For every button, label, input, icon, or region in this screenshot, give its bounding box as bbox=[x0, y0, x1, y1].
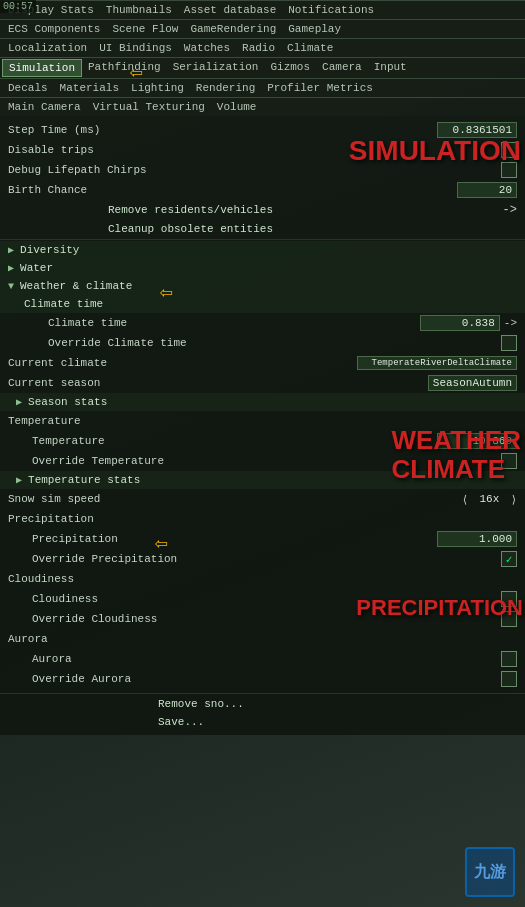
menu-virtual-texturing[interactable]: Virtual Texturing bbox=[87, 99, 211, 115]
override-climate-time-label: Override Climate time bbox=[32, 337, 501, 349]
menu-volume[interactable]: Volume bbox=[211, 99, 263, 115]
menu-rendering[interactable]: Rendering bbox=[190, 80, 261, 96]
menu-simulation[interactable]: Simulation bbox=[2, 59, 82, 77]
save-button[interactable]: Save... bbox=[8, 716, 517, 728]
aurora-section-row: Aurora bbox=[0, 629, 525, 649]
menu-scene-flow[interactable]: Scene Flow bbox=[106, 21, 184, 37]
menu-lighting[interactable]: Lighting bbox=[125, 80, 190, 96]
menu-main-camera[interactable]: Main Camera bbox=[2, 99, 87, 115]
birth-chance-row: Birth Chance 20 bbox=[0, 180, 525, 200]
menu-notifications[interactable]: Notifications bbox=[282, 2, 380, 18]
remove-residents-arrow[interactable]: -> bbox=[503, 203, 517, 217]
precipitation-value[interactable]: 1.000 bbox=[437, 531, 517, 547]
menu-climate[interactable]: Climate bbox=[281, 40, 339, 56]
current-climate-label: Current climate bbox=[8, 357, 357, 369]
water-triangle: ▶ bbox=[8, 262, 14, 274]
override-precipitation-row: Override Precipitation bbox=[0, 549, 525, 569]
snow-speed-value: 16x bbox=[474, 493, 504, 505]
menu-game-rendering[interactable]: GameRendering bbox=[184, 21, 282, 37]
remove-snow-row: Remove sno... bbox=[0, 695, 525, 713]
menu-materials[interactable]: Materials bbox=[54, 80, 125, 96]
aurora-checkbox[interactable] bbox=[501, 651, 517, 667]
snow-sim-speed-label: Snow sim speed bbox=[8, 493, 462, 505]
snow-speed-right-arrow[interactable]: ⟩ bbox=[510, 493, 517, 506]
step-time-value: 0.8361501 bbox=[437, 122, 517, 138]
cloudiness-checkbox[interactable] bbox=[501, 591, 517, 607]
override-precipitation-checkbox[interactable] bbox=[501, 551, 517, 567]
menu-localization[interactable]: Localization bbox=[2, 40, 93, 56]
menu-gameplay[interactable]: Gameplay bbox=[282, 21, 347, 37]
diversity-label: Diversity bbox=[20, 244, 79, 256]
watermark: 九游 bbox=[465, 847, 515, 897]
precipitation-row: Precipitation 1.000 bbox=[0, 529, 525, 549]
menu-pathfinding[interactable]: Pathfinding bbox=[82, 59, 167, 77]
cloudiness-section-row: Cloudiness bbox=[0, 569, 525, 589]
season-stats-section[interactable]: ▶ Season stats bbox=[0, 393, 525, 411]
override-temperature-row: Override Temperature bbox=[0, 451, 525, 471]
temperature-section-row: Temperature bbox=[0, 411, 525, 431]
water-label: Water bbox=[20, 262, 53, 274]
override-cloudiness-checkbox[interactable] bbox=[501, 611, 517, 627]
override-temperature-label: Override Temperature bbox=[16, 455, 501, 467]
menu-asset-database[interactable]: Asset database bbox=[178, 2, 282, 18]
climate-time-section[interactable]: Climate time bbox=[0, 295, 525, 313]
debug-lifepath-checkbox[interactable] bbox=[501, 162, 517, 178]
snow-sim-speed-row: Snow sim speed ⟨ 16x ⟩ bbox=[0, 489, 525, 509]
season-stats-label: Season stats bbox=[28, 396, 107, 408]
current-climate-value: TemperateRiverDeltaClimate bbox=[357, 356, 517, 370]
season-stats-triangle: ▶ bbox=[16, 396, 22, 408]
aurora-row: Aurora bbox=[0, 649, 525, 669]
menu-gizmos[interactable]: Gizmos bbox=[264, 59, 316, 77]
menu-row-4: Simulation Pathfinding ⇦ Serialization G… bbox=[0, 57, 525, 78]
remove-residents-row: Remove residents/vehicles -> bbox=[0, 200, 525, 220]
override-temperature-checkbox[interactable] bbox=[501, 453, 517, 469]
menu-row-5: Decals Materials Lighting Rendering Prof… bbox=[0, 78, 525, 97]
menu-watches[interactable]: Watches bbox=[178, 40, 236, 56]
current-season-row: Current season SeasonAutumn bbox=[0, 373, 525, 393]
save-row: Save... bbox=[0, 713, 525, 731]
override-cloudiness-row: Override Cloudiness bbox=[0, 609, 525, 629]
diversity-triangle: ▶ bbox=[8, 244, 14, 256]
birth-chance-value[interactable]: 20 bbox=[457, 182, 517, 198]
disable-trips-row: Disable trips bbox=[0, 140, 525, 160]
weather-climate-container: ▼ Weather & climate ⇦ bbox=[0, 277, 525, 295]
weather-climate-section[interactable]: ▼ Weather & climate bbox=[0, 277, 525, 295]
climate-time-value[interactable]: 0.838 bbox=[420, 315, 500, 331]
menu-ui-bindings[interactable]: UI Bindings bbox=[93, 40, 178, 56]
override-aurora-checkbox[interactable] bbox=[501, 671, 517, 687]
override-aurora-row: Override Aurora bbox=[0, 669, 525, 689]
current-season-label: Current season bbox=[8, 377, 428, 389]
cloudiness-section-label: Cloudiness bbox=[8, 573, 517, 585]
cleanup-obsolete-label: Cleanup obsolete entities bbox=[8, 223, 517, 235]
remove-residents-label: Remove residents/vehicles bbox=[8, 204, 503, 216]
temp-stats-triangle: ▶ bbox=[16, 474, 22, 486]
menu-serialization[interactable]: Serialization bbox=[167, 59, 265, 77]
cloudiness-row: Cloudiness bbox=[0, 589, 525, 609]
temperature-stats-section[interactable]: ▶ Temperature stats bbox=[0, 471, 525, 489]
menu-profiler-metrics[interactable]: Profiler Metrics bbox=[261, 80, 379, 96]
menu-thumbnails[interactable]: Thumbnails bbox=[100, 2, 178, 18]
climate-time-label: Climate time bbox=[32, 317, 420, 329]
current-season-value: SeasonAutumn bbox=[428, 375, 517, 391]
menu-decals[interactable]: Decals bbox=[2, 80, 54, 96]
aurora-label: Aurora bbox=[16, 653, 501, 665]
diversity-section[interactable]: ▶ Diversity bbox=[0, 241, 525, 259]
temperature-value[interactable]: 10.860 bbox=[437, 433, 517, 449]
menu-ecs-components[interactable]: ECS Components bbox=[2, 21, 106, 37]
disable-trips-checkbox[interactable] bbox=[501, 142, 517, 158]
menu-radio[interactable]: Radio bbox=[236, 40, 281, 56]
snow-speed-left-arrow[interactable]: ⟨ bbox=[462, 493, 469, 506]
cleanup-obsolete-row: Cleanup obsolete entities bbox=[0, 220, 525, 238]
weather-triangle: ▼ bbox=[8, 281, 14, 292]
precipitation-label: Precipitation bbox=[16, 533, 437, 545]
climate-time-section-label: Climate time bbox=[24, 298, 103, 310]
water-section[interactable]: ▶ Water bbox=[0, 259, 525, 277]
timestamp: 00:57 bbox=[0, 0, 36, 13]
menu-input[interactable]: Input bbox=[368, 59, 413, 77]
birth-chance-label: Birth Chance bbox=[8, 184, 457, 196]
menu-row-1: Display Stats Thumbnails Asset database … bbox=[0, 0, 525, 19]
override-aurora-label: Override Aurora bbox=[16, 673, 501, 685]
menu-camera[interactable]: Camera bbox=[316, 59, 368, 77]
override-climate-time-checkbox[interactable] bbox=[501, 335, 517, 351]
temperature-label: Temperature bbox=[16, 435, 437, 447]
